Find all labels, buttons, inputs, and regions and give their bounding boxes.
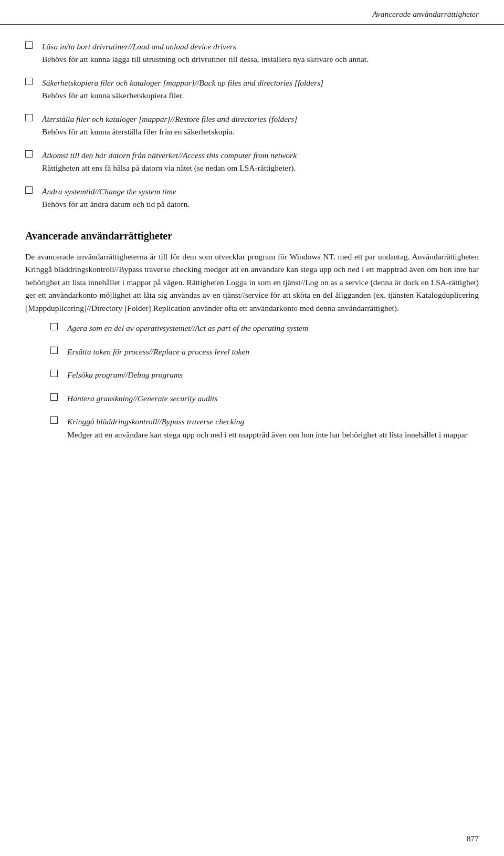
bullet-list-advanced: Agera som en del av operativsystemet//Ac… [50, 322, 479, 441]
page-number: 877 [467, 834, 479, 843]
bullet-text: Säkerhetskopiera filer och kataloger [ma… [42, 77, 479, 102]
header-title: Avancerade användarrättigheter [372, 9, 479, 19]
bullet-text: Agera som en del av operativsystemet//Ac… [67, 322, 479, 335]
main-content: Läsa in/ta bort drivrutiner//Load and un… [0, 40, 504, 494]
page-header: Avancerade användarrättigheter [0, 0, 504, 25]
checkbox-icon [50, 393, 58, 401]
checkbox-icon [50, 323, 58, 330]
checkbox-icon [25, 150, 33, 158]
bullet-body: Rättigheten att ens få hälsa på datorn v… [42, 163, 296, 172]
bullet-title: Agera som en del av operativsystemet//Ac… [67, 323, 308, 332]
list-item: Ändra systemtid//Change the system time … [25, 185, 479, 211]
checkbox-icon [50, 370, 58, 377]
bullet-text: Kringgå bläddringskontroll//Bypass trave… [67, 415, 479, 441]
page-footer: 877 [467, 834, 479, 843]
list-item: Säkerhetskopiera filer och kataloger [ma… [25, 77, 479, 102]
bullet-title: Säkerhetskopiera filer och kataloger [ma… [42, 78, 323, 87]
bullet-text: Hantera granskning//Generate security au… [67, 392, 479, 405]
checkbox-icon [25, 78, 33, 85]
bullet-title: Ersätta token för process//Replace a pro… [67, 347, 249, 356]
checkbox-icon [50, 347, 58, 354]
checkbox-icon [50, 416, 58, 424]
bullet-body: Behövs för att kunna återställa filer fr… [42, 127, 234, 136]
bullet-text: Åtkomst till den här datorn från nätverk… [42, 149, 479, 175]
bullet-title: Åtkomst till den här datorn från nätverk… [42, 151, 297, 160]
list-item: Läsa in/ta bort drivrutiner//Load and un… [25, 40, 479, 66]
bullet-title: Kringgå bläddringskontroll//Bypass trave… [67, 417, 244, 426]
checkbox-icon [25, 186, 33, 194]
bullet-text: Återställa filer och kataloger [mappar]/… [42, 113, 479, 139]
bullet-text: Ändra systemtid//Change the system time … [42, 185, 479, 211]
bullet-body: Behövs för att kunna säkerhetskopiera fi… [42, 91, 184, 100]
checkbox-icon [25, 41, 33, 49]
bullet-body: Behövs för att kunna lägga till utrustni… [42, 55, 369, 64]
list-item: Agera som en del av operativsystemet//Ac… [50, 322, 479, 335]
bullet-title: Läsa in/ta bort drivrutiner//Load and un… [42, 42, 236, 51]
section-paragraph: De avancerade användarrättigheterna är t… [25, 250, 479, 315]
bullet-text: Läsa in/ta bort drivrutiner//Load and un… [42, 40, 479, 66]
list-item: Åtkomst till den här datorn från nätverk… [25, 149, 479, 175]
bullet-title: Hantera granskning//Generate security au… [67, 394, 217, 403]
bullet-text: Ersätta token för process//Replace a pro… [67, 346, 479, 358]
list-item: Ersätta token för process//Replace a pro… [50, 346, 479, 358]
bullet-text: Felsöka program//Debug programs [67, 369, 479, 381]
bullet-list-main: Läsa in/ta bort drivrutiner//Load and un… [25, 40, 479, 211]
list-item: Hantera granskning//Generate security au… [50, 392, 479, 405]
bullet-title: Felsöka program//Debug programs [67, 370, 183, 379]
bullet-body: Behövs för att ändra datum och tid på da… [42, 200, 190, 208]
page-container: Avancerade användarrättigheter Läsa in/t… [0, 0, 504, 856]
list-item: Felsöka program//Debug programs [50, 369, 479, 381]
section-heading: Avancerade användarrättigheter [25, 230, 479, 242]
checkbox-icon [25, 114, 33, 121]
bullet-body: Medger att en användare kan stega upp oc… [67, 430, 468, 439]
list-item: Kringgå bläddringskontroll//Bypass trave… [50, 415, 479, 441]
bullet-title: Ändra systemtid//Change the system time [42, 187, 176, 196]
bullet-title: Återställa filer och kataloger [mappar]/… [42, 114, 297, 123]
list-item: Återställa filer och kataloger [mappar]/… [25, 113, 479, 139]
